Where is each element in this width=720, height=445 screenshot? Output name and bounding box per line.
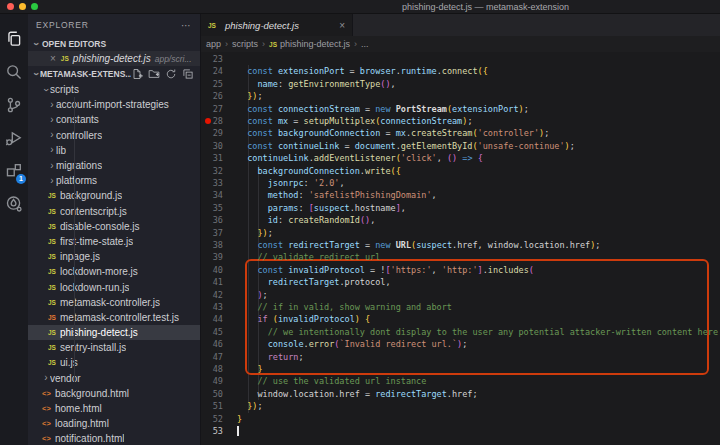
tree-item[interactable]: <>notification.html: [28, 431, 200, 445]
line-number[interactable]: 38: [201, 239, 223, 251]
tab-phishing-detect[interactable]: JS phishing-detect.js ×: [201, 14, 353, 36]
breadcrumb-item[interactable]: scripts: [232, 39, 258, 49]
tree-indent-guide: [74, 97, 75, 382]
tree-item[interactable]: JSinpage.js: [28, 249, 200, 264]
tree-item[interactable]: ›migrations: [28, 158, 200, 173]
tree-item[interactable]: ›platforms: [28, 173, 200, 188]
tree-item-label: contentscript.js: [60, 206, 127, 217]
line-number[interactable]: 48: [201, 363, 223, 375]
line-number[interactable]: 31: [201, 152, 223, 164]
tree-item[interactable]: <>background.html: [28, 386, 200, 401]
tree-item[interactable]: JSui.js: [28, 355, 200, 370]
line-number[interactable]: 29: [201, 127, 223, 139]
js-file-icon: JS: [48, 238, 60, 245]
extensions-icon[interactable]: 1: [0, 154, 28, 187]
line-number[interactable]: 52: [201, 413, 223, 425]
tree-item-label: metamask-controller.test.js: [60, 312, 179, 323]
extension-droplet-icon[interactable]: [0, 187, 28, 220]
line-number[interactable]: 42: [201, 289, 223, 301]
tree-item[interactable]: JSmetamask-controller.test.js: [28, 310, 200, 325]
line-number[interactable]: 40: [201, 264, 223, 276]
line-number[interactable]: 43: [201, 301, 223, 313]
new-folder-icon[interactable]: [148, 68, 160, 80]
js-file-icon: JS: [48, 268, 60, 275]
open-editor-item[interactable]: × JS phishing-detect.js app/scri...: [28, 51, 200, 66]
tree-item[interactable]: ›controllers: [28, 128, 200, 143]
text-cursor: [237, 426, 239, 436]
line-number[interactable]: 37: [201, 227, 223, 239]
refresh-icon[interactable]: [165, 68, 177, 80]
line-number[interactable]: 41: [201, 276, 223, 288]
run-debug-icon[interactable]: [0, 121, 28, 154]
breadcrumb-item[interactable]: JSphishing-detect.js: [269, 39, 350, 49]
tree-item[interactable]: JSmetamask-controller.js: [28, 295, 200, 310]
close-tab-icon[interactable]: ×: [339, 20, 345, 31]
tree-item[interactable]: JSphishing-detect.js: [28, 325, 200, 340]
collapse-all-icon[interactable]: [182, 68, 194, 80]
line-number[interactable]: 36: [201, 214, 223, 226]
close-icon[interactable]: ×: [50, 53, 56, 64]
line-number[interactable]: 23: [201, 53, 223, 65]
line-number[interactable]: 25: [201, 78, 223, 90]
tree-item[interactable]: <>loading.html: [28, 416, 200, 431]
line-number[interactable]: 27: [201, 103, 223, 115]
chevron-right-icon: ›: [48, 177, 56, 185]
line-number[interactable]: 34: [201, 189, 223, 201]
open-editors-header[interactable]: › OPEN EDITORS: [28, 36, 200, 51]
code-line: 26 });: [201, 90, 720, 102]
explorer-icon[interactable]: [0, 22, 28, 55]
line-number[interactable]: 53: [201, 425, 223, 437]
tree-item[interactable]: ›vendor: [28, 371, 200, 386]
tree-item[interactable]: JSlockdown-run.js: [28, 279, 200, 294]
tree-item[interactable]: JScontentscript.js: [28, 204, 200, 219]
line-number[interactable]: 39: [201, 251, 223, 263]
line-number[interactable]: 30: [201, 140, 223, 152]
line-number[interactable]: 26: [201, 90, 223, 102]
code-line: 41 redirectTarget.protocol,: [201, 276, 720, 288]
tree-item[interactable]: JSsentry-install.js: [28, 340, 200, 355]
tree-item-label: controllers: [56, 130, 102, 141]
source-control-icon[interactable]: [0, 88, 28, 121]
code-line: 47 return;: [201, 351, 720, 363]
tree-item-label: migrations: [56, 160, 102, 171]
line-number[interactable]: 32: [201, 165, 223, 177]
tree-item[interactable]: JSfirst-time-state.js: [28, 234, 200, 249]
js-file-icon: JS: [48, 299, 60, 306]
tree-item[interactable]: ›lib: [28, 143, 200, 158]
breadcrumb-item[interactable]: ...: [361, 39, 369, 49]
tree-item-label: home.html: [55, 403, 102, 414]
tree-item[interactable]: JSlockdown-more.js: [28, 264, 200, 279]
line-number[interactable]: 33: [201, 177, 223, 189]
code-line: 29 const backgroundConnection = mx.creat…: [201, 127, 720, 139]
project-section-header[interactable]: › METAMASK-EXTENS...: [28, 66, 200, 82]
breadcrumb-item[interactable]: app: [206, 39, 221, 49]
tree-item-label: phishing-detect.js: [60, 327, 138, 338]
tree-item-label: loading.html: [55, 418, 109, 429]
tree-item[interactable]: JSbackground.js: [28, 188, 200, 203]
line-number[interactable]: 51: [201, 400, 223, 412]
line-number[interactable]: 47: [201, 351, 223, 363]
line-number[interactable]: 46: [201, 338, 223, 350]
tree-item[interactable]: ›account-import-strategies: [28, 97, 200, 112]
tree-item[interactable]: ›constants: [28, 112, 200, 127]
tree-item[interactable]: JSdisable-console.js: [28, 219, 200, 234]
more-actions-icon[interactable]: ⋯: [181, 20, 192, 31]
line-number[interactable]: 24: [201, 65, 223, 77]
tree-item[interactable]: ›scripts: [28, 82, 200, 97]
line-number[interactable]: 45: [201, 326, 223, 338]
close-window-button[interactable]: [7, 3, 14, 10]
minimize-window-button[interactable]: [19, 3, 26, 10]
search-icon[interactable]: [0, 55, 28, 88]
tree-item[interactable]: <>home.html: [28, 401, 200, 416]
code-editor[interactable]: 2324 const extensionPort = browser.runti…: [201, 52, 720, 445]
new-file-icon[interactable]: [131, 68, 143, 80]
line-number[interactable]: 35: [201, 202, 223, 214]
tree-item-label: first-time-state.js: [60, 236, 133, 247]
line-number[interactable]: 49: [201, 375, 223, 387]
line-number[interactable]: 44: [201, 313, 223, 325]
code-line: 27 const connectionStream = new PortStre…: [201, 103, 720, 115]
code-line: 31 continueLink.addEventListener('click'…: [201, 152, 720, 164]
code-line: 46 console.error(`Invalid redirect url.`…: [201, 338, 720, 350]
maximize-window-button[interactable]: [31, 3, 38, 10]
line-number[interactable]: 50: [201, 388, 223, 400]
